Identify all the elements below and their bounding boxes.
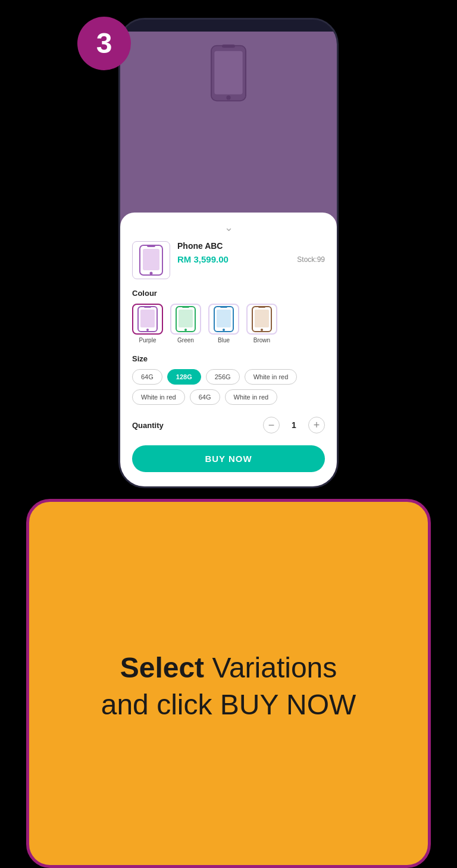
product-row: Phone ABC RM 3,599.00 Stock:99 — [132, 241, 325, 279]
size-btn-white-red-2[interactable]: White in red — [132, 389, 185, 405]
svg-rect-6 — [147, 245, 155, 247]
quantity-controls: − 1 + — [263, 417, 325, 433]
colour-item-purple[interactable]: Purple — [132, 304, 163, 344]
yellow-card-line2: and click BUY NOW — [101, 689, 356, 720]
quantity-minus-button[interactable]: − — [263, 417, 280, 433]
colour-img-box-purple — [132, 304, 163, 335]
quantity-value: 1 — [288, 420, 300, 430]
step-number: 3 — [96, 29, 112, 58]
product-image-box — [132, 241, 170, 279]
size-options: 64G 128G 256G White in red White in red … — [132, 369, 325, 405]
svg-rect-17 — [217, 310, 231, 327]
phone-top-bar — [120, 20, 337, 32]
svg-rect-9 — [140, 310, 155, 327]
buy-now-button[interactable]: BUY NOW — [132, 445, 325, 472]
yellow-card: Select Variations and click BUY NOW — [26, 499, 431, 868]
svg-rect-13 — [179, 310, 193, 327]
svg-rect-10 — [144, 306, 151, 308]
colour-options: Purple Green — [132, 304, 325, 344]
svg-point-19 — [223, 329, 225, 331]
size-btn-64g[interactable]: 64G — [132, 369, 162, 385]
phone-shell: ⌄ Phone ABC RM — [118, 18, 339, 488]
handle-chevron-icon: ⌄ — [224, 222, 233, 233]
colour-name-blue: Blue — [218, 337, 230, 344]
bg-phone-icon — [205, 43, 252, 103]
svg-point-7 — [150, 272, 153, 275]
product-stock: Stock:99 — [297, 255, 325, 264]
product-price: RM 3,599.00 — [177, 254, 228, 264]
svg-point-11 — [146, 329, 149, 331]
colour-item-green[interactable]: Green — [170, 304, 201, 344]
phone-screen-bg: ⌄ Phone ABC RM — [120, 32, 337, 486]
colour-img-box-green — [170, 304, 201, 335]
bottom-sheet-handle: ⌄ — [132, 222, 325, 233]
colour-item-blue[interactable]: Blue — [208, 304, 239, 344]
colour-phone-brown — [251, 306, 273, 332]
colour-name-purple: Purple — [139, 337, 156, 344]
colour-img-box-blue — [208, 304, 239, 335]
svg-rect-5 — [143, 249, 159, 270]
product-info: Phone ABC RM 3,599.00 Stock:99 — [177, 241, 325, 265]
yellow-card-line1: Select Variations — [120, 652, 337, 683]
size-label: Size — [132, 354, 325, 363]
colour-name-green: Green — [177, 337, 194, 344]
svg-rect-22 — [258, 306, 265, 308]
colour-phone-purple — [137, 306, 158, 332]
colour-phone-blue — [213, 306, 234, 332]
product-name: Phone ABC — [177, 241, 325, 251]
svg-rect-2 — [222, 45, 235, 48]
colour-label: Colour — [132, 289, 325, 298]
svg-rect-18 — [220, 306, 227, 308]
product-phone-icon — [138, 244, 164, 276]
size-btn-white-red-1[interactable]: White in red — [245, 369, 298, 385]
colour-img-box-brown — [246, 304, 277, 335]
size-btn-white-red-3[interactable]: White in red — [225, 389, 278, 405]
svg-rect-1 — [214, 51, 242, 95]
colour-name-brown: Brown — [253, 337, 270, 344]
quantity-plus-button[interactable]: + — [308, 417, 325, 433]
yellow-card-text: Select Variations and click BUY NOW — [101, 650, 356, 724]
size-btn-128g[interactable]: 128G — [167, 369, 201, 385]
page-wrapper: 3 Select Variations and click BUY NOW — [0, 0, 457, 868]
bg-phone-area — [193, 43, 264, 103]
svg-point-15 — [184, 329, 187, 331]
svg-point-3 — [226, 95, 230, 99]
size-btn-64g-2[interactable]: 64G — [190, 389, 220, 405]
svg-point-23 — [261, 329, 263, 331]
quantity-label: Quantity — [132, 421, 164, 430]
step-badge: 3 — [77, 17, 131, 70]
bottom-sheet: ⌄ Phone ABC RM — [120, 213, 337, 486]
colour-phone-green — [175, 306, 196, 332]
svg-rect-14 — [182, 306, 189, 308]
svg-rect-21 — [255, 310, 269, 327]
quantity-row: Quantity − 1 + — [132, 417, 325, 433]
size-btn-256g[interactable]: 256G — [206, 369, 240, 385]
colour-item-brown[interactable]: Brown — [246, 304, 277, 344]
